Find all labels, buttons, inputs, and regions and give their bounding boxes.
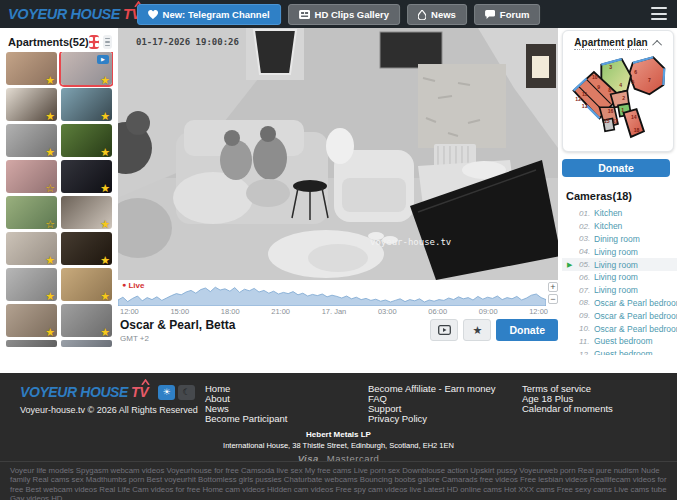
activity-waveform[interactable] bbox=[118, 286, 546, 306]
favorite-star-icon[interactable]: ★ bbox=[45, 327, 55, 338]
camera-item[interactable]: 12.Guest bedroom bbox=[562, 348, 677, 355]
camera-item[interactable]: 02.Kitchen bbox=[562, 220, 677, 233]
plan-room-number: 6 bbox=[634, 69, 637, 75]
sidebar-donate-button[interactable]: Donate bbox=[562, 159, 670, 177]
favorite-star-icon[interactable]: ★ bbox=[45, 111, 55, 122]
camera-link[interactable]: Living room bbox=[594, 260, 638, 270]
favorite-star-icon[interactable]: ★ bbox=[100, 219, 110, 230]
timeline-zoom-out-button[interactable]: − bbox=[548, 294, 558, 304]
camera-number: 03. bbox=[579, 234, 594, 243]
apartment-thumbnail[interactable]: ▶★ bbox=[61, 52, 112, 85]
favorite-star-button[interactable]: ★ bbox=[463, 319, 491, 341]
video-player[interactable]: 01-17-2026 19:00:26 voyeur-house.tv bbox=[118, 28, 558, 280]
footer-logo[interactable]: VOYEUR HOUSE TV bbox=[20, 384, 148, 400]
list-view-icon[interactable] bbox=[103, 35, 112, 49]
news-button[interactable]: News bbox=[407, 4, 467, 25]
camera-item[interactable]: ▶05.Living room bbox=[562, 258, 677, 271]
apartment-thumbnail[interactable]: ★ bbox=[6, 304, 57, 337]
news-label: News bbox=[431, 9, 456, 20]
plan-room-number: 13 bbox=[582, 103, 588, 109]
camera-item[interactable]: 07.Living room bbox=[562, 284, 677, 297]
camera-item[interactable]: 08.Oscar & Pearl bedroom bbox=[562, 297, 677, 310]
apartment-thumbnail[interactable]: ★ bbox=[6, 52, 57, 85]
camera-item[interactable]: 11.Guest bedroom bbox=[562, 335, 677, 348]
brand-logo[interactable]: VOYEUR HOUSE TV bbox=[8, 6, 141, 22]
plan-room-number: 12 bbox=[575, 96, 581, 102]
footer-link[interactable]: Become Participant bbox=[205, 414, 287, 424]
apartment-thumbnail[interactable] bbox=[61, 340, 112, 347]
favorite-star-icon[interactable]: ★ bbox=[45, 147, 55, 158]
time-tick-label: 17. Jan bbox=[322, 307, 347, 316]
footer-link[interactable]: Calendar of moments bbox=[522, 404, 613, 414]
favorite-star-icon[interactable]: ★ bbox=[100, 111, 110, 122]
favorite-star-icon[interactable]: ☆ bbox=[45, 183, 55, 194]
apartment-thumbnail[interactable]: ★ bbox=[6, 88, 57, 121]
payment-visa-logo: Visa bbox=[298, 453, 319, 464]
favorite-star-icon[interactable]: ★ bbox=[100, 255, 110, 266]
favorite-star-icon[interactable]: ★ bbox=[100, 147, 110, 158]
telegram-channel-button[interactable]: New: Telegram Channel bbox=[137, 4, 281, 25]
camera-link[interactable]: Living room bbox=[594, 285, 638, 295]
camera-item[interactable]: 01.Kitchen bbox=[562, 207, 677, 220]
favorite-star-icon[interactable]: ★ bbox=[45, 291, 55, 302]
apartment-thumbnail[interactable]: ★ bbox=[6, 124, 57, 157]
apartment-plan-header[interactable]: Apartment plan bbox=[566, 37, 670, 50]
camera-item[interactable]: 03.Dining room bbox=[562, 233, 677, 246]
timeline-zoom-in-button[interactable]: + bbox=[548, 282, 558, 292]
footer-brand: VOYEUR HOUSE TV ☀ ☾ bbox=[20, 384, 195, 400]
clips-button[interactable] bbox=[430, 319, 458, 341]
hd-clips-gallery-button[interactable]: HD Clips Gallery bbox=[288, 4, 400, 25]
dark-mode-moon-icon[interactable]: ☾ bbox=[178, 385, 195, 400]
forum-button[interactable]: Forum bbox=[474, 4, 541, 25]
donate-button[interactable]: Donate bbox=[496, 319, 558, 341]
footer: VOYEUR HOUSE TV ☀ ☾ Voyeur-house.tv © 20… bbox=[0, 373, 677, 500]
apartment-thumbnail[interactable]: ★ bbox=[61, 196, 112, 229]
apartment-thumbnail[interactable]: ★ bbox=[61, 88, 112, 121]
camera-link[interactable]: Kitchen bbox=[594, 221, 622, 231]
favorite-star-icon[interactable]: ★ bbox=[100, 75, 110, 86]
camera-link[interactable]: Oscar & Pearl bedroom bbox=[594, 311, 677, 321]
camera-link[interactable]: Oscar & Pearl bedroom bbox=[594, 324, 677, 334]
camera-link[interactable]: Dining room bbox=[594, 234, 640, 244]
camera-link[interactable]: Living room bbox=[594, 272, 638, 282]
footer-link[interactable]: Become Affiliate - Earn money bbox=[368, 384, 496, 394]
plan-room-number: 18 bbox=[634, 127, 640, 133]
favorite-star-icon[interactable]: ★ bbox=[45, 75, 55, 86]
apartment-thumbnail[interactable]: ★ bbox=[61, 160, 112, 193]
light-mode-sun-icon[interactable]: ☀ bbox=[158, 385, 175, 400]
footer-link[interactable]: Privacy Policy bbox=[368, 414, 496, 424]
chevron-up-icon bbox=[652, 40, 662, 50]
apartment-thumbnail[interactable]: ★ bbox=[61, 304, 112, 337]
company-name: Hebert Metals LP bbox=[0, 430, 677, 439]
footer-links-column-1: HomeAboutNewsBecome Participant bbox=[205, 384, 287, 424]
apartment-thumbnail[interactable]: ★ bbox=[61, 268, 112, 301]
apartment-thumbnail[interactable]: ★ bbox=[61, 232, 112, 265]
camera-link[interactable]: Kitchen bbox=[594, 208, 622, 218]
apartment-floor-plan[interactable]: 123456789101112131415161718 bbox=[568, 53, 668, 143]
camera-item[interactable]: 09.Oscar & Pearl bedroom bbox=[562, 309, 677, 322]
payment-methods: VisaMastercard bbox=[0, 453, 677, 464]
grid-view-icon[interactable] bbox=[89, 35, 99, 49]
favorite-star-icon[interactable]: ★ bbox=[100, 291, 110, 302]
favorite-star-icon[interactable]: ☆ bbox=[45, 219, 55, 230]
apartment-thumbnail[interactable]: ★ bbox=[6, 232, 57, 265]
apartment-thumbnail[interactable] bbox=[6, 340, 57, 347]
camera-link[interactable]: Guest bedroom bbox=[594, 336, 653, 346]
favorite-star-icon[interactable]: ★ bbox=[45, 255, 55, 266]
apartment-thumbnail[interactable]: ★ bbox=[61, 124, 112, 157]
apartment-thumbnail[interactable]: ★ bbox=[6, 268, 57, 301]
apartment-thumbnail[interactable]: ☆ bbox=[6, 160, 57, 193]
camera-item[interactable]: 04.Living room bbox=[562, 245, 677, 258]
camera-item[interactable]: 06.Living room bbox=[562, 271, 677, 284]
cameras-title: Cameras(18) bbox=[566, 190, 674, 202]
favorite-star-icon[interactable]: ★ bbox=[100, 327, 110, 338]
camera-link[interactable]: Living room bbox=[594, 247, 638, 257]
camera-link[interactable]: Oscar & Pearl bedroom bbox=[594, 298, 677, 308]
camera-link[interactable]: Guest bedroom bbox=[594, 349, 653, 355]
camera-item[interactable]: 10.Oscar & Pearl bedroom bbox=[562, 322, 677, 335]
apartment-thumbnail[interactable]: ☆ bbox=[6, 196, 57, 229]
menu-hamburger-icon[interactable] bbox=[651, 7, 667, 20]
time-tick-label: 09:00 bbox=[479, 307, 498, 316]
favorite-star-icon[interactable]: ★ bbox=[100, 183, 110, 194]
tv-antenna-icon bbox=[141, 379, 150, 385]
